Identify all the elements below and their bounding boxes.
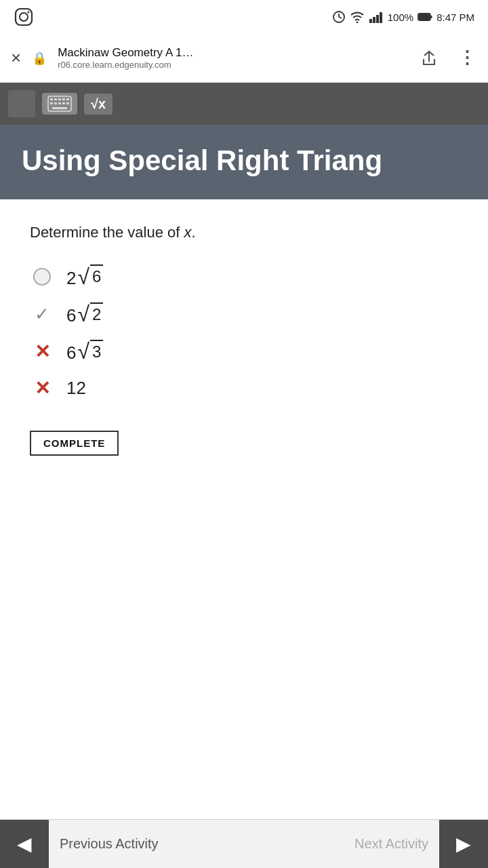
wifi-icon xyxy=(350,11,365,23)
answer-options: 2 √ 6 ✓ 6 √ 2 ✕ xyxy=(30,260,458,403)
complete-button[interactable]: COMPLETE xyxy=(30,431,119,456)
svg-rect-19 xyxy=(62,98,65,100)
answer-label-1: 2 √ 6 xyxy=(66,264,103,288)
radio-indicator-1[interactable] xyxy=(30,268,54,285)
svg-rect-21 xyxy=(50,102,53,104)
checkmark-icon: ✓ xyxy=(35,304,49,325)
svg-rect-7 xyxy=(369,19,372,23)
bottom-spacer xyxy=(0,496,488,551)
keyboard-icon xyxy=(47,96,72,112)
check-indicator-2: ✓ xyxy=(30,304,54,325)
svg-rect-0 xyxy=(16,9,32,25)
battery-percentage: 100% xyxy=(388,12,413,23)
svg-rect-18 xyxy=(58,98,61,100)
svg-rect-9 xyxy=(376,15,379,23)
browser-bar: × 🔒 Mackinaw Geometry A 1… r06.core.lear… xyxy=(0,34,488,83)
svg-rect-8 xyxy=(373,17,375,23)
svg-rect-10 xyxy=(380,12,382,23)
x-mark-icon-3: ✕ xyxy=(35,340,50,363)
section-title: Using Special Right Triang xyxy=(22,144,466,178)
answer-label-2: 6 √ 2 xyxy=(66,302,103,326)
svg-rect-12 xyxy=(419,14,430,20)
svg-line-5 xyxy=(339,17,342,18)
signal-icon xyxy=(369,11,384,23)
status-bar: 100% 8:47 PM xyxy=(0,0,488,34)
answer-row-4[interactable]: ✕ 12 xyxy=(30,373,458,403)
svg-rect-25 xyxy=(66,102,69,104)
svg-point-2 xyxy=(28,12,30,14)
share-icon[interactable] xyxy=(420,50,438,67)
next-activity-label[interactable]: Next Activity xyxy=(244,836,439,852)
svg-point-1 xyxy=(20,13,28,21)
svg-rect-20 xyxy=(66,98,69,100)
svg-rect-17 xyxy=(54,98,57,100)
x-indicator-4: ✕ xyxy=(30,377,54,399)
instagram-icon xyxy=(14,7,34,27)
svg-rect-13 xyxy=(430,16,432,18)
next-arrow-icon: ▶ xyxy=(456,833,471,855)
svg-rect-26 xyxy=(52,107,67,109)
svg-point-6 xyxy=(356,22,358,24)
answer-label-3: 6 √ 3 xyxy=(66,340,103,363)
clock-icon xyxy=(332,10,346,24)
status-left xyxy=(14,7,34,27)
prev-button[interactable]: ◀ xyxy=(0,820,49,869)
svg-rect-16 xyxy=(50,98,53,100)
time-display: 8:47 PM xyxy=(436,12,474,23)
prev-arrow-icon: ◀ xyxy=(17,833,32,855)
radio-circle-1[interactable] xyxy=(33,268,51,285)
svg-rect-22 xyxy=(54,102,57,104)
status-icons: 100% 8:47 PM xyxy=(332,10,474,24)
browser-url: r06.core.learn.edgenuity.com xyxy=(58,60,409,70)
next-button[interactable]: ▶ xyxy=(439,820,488,869)
answer-row-3[interactable]: ✕ 6 √ 3 xyxy=(30,336,458,368)
keyboard-button[interactable] xyxy=(42,93,77,115)
browser-title: Mackinaw Geometry A 1… xyxy=(58,46,409,60)
answer-label-4: 12 xyxy=(66,378,86,399)
bottom-nav: ◀ Previous Activity Next Activity ▶ xyxy=(0,819,488,868)
main-content: Determine the value of x. 2 √ 6 ✓ 6 xyxy=(0,199,488,496)
toolbar-strip: √x xyxy=(0,83,488,125)
svg-rect-24 xyxy=(62,102,65,104)
lock-icon: 🔒 xyxy=(32,51,47,66)
x-mark-icon-4: ✕ xyxy=(35,377,50,399)
x-indicator-3: ✕ xyxy=(30,340,54,363)
close-button[interactable]: × xyxy=(11,47,21,68)
sqrt-button[interactable]: √x xyxy=(84,94,113,115)
browser-title-block: Mackinaw Geometry A 1… r06.core.learn.ed… xyxy=(58,46,409,70)
menu-icon[interactable]: ⋮ xyxy=(458,47,477,68)
svg-rect-23 xyxy=(58,102,61,104)
pencil-icon-area xyxy=(8,90,35,117)
answer-row-2[interactable]: ✓ 6 √ 2 xyxy=(30,298,458,330)
answer-row-1[interactable]: 2 √ 6 xyxy=(30,260,458,292)
prev-activity-label[interactable]: Previous Activity xyxy=(49,836,244,852)
section-header: Using Special Right Triang xyxy=(0,125,488,199)
battery-icon xyxy=(418,12,432,22)
question-text: Determine the value of x. xyxy=(30,224,458,241)
